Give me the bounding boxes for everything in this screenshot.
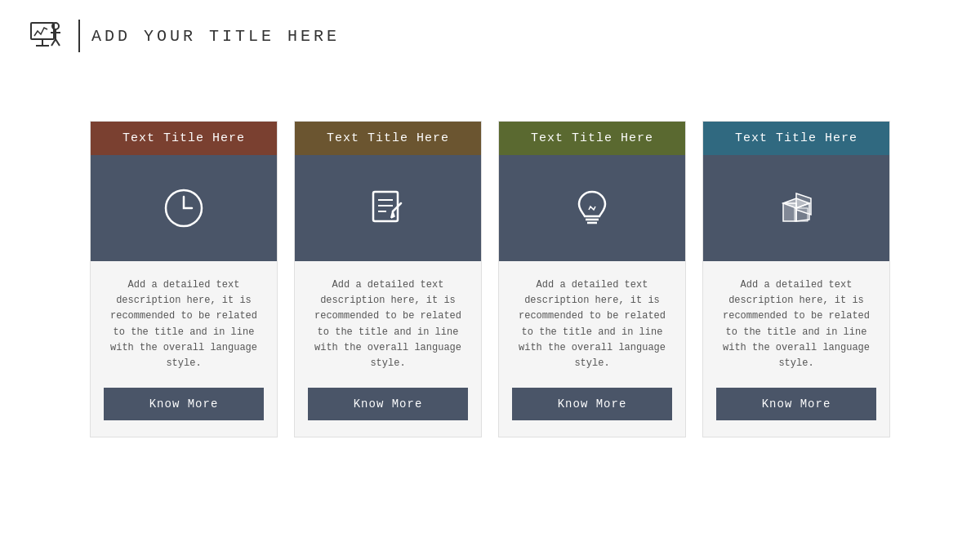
card-4-description: Add a detailed text description here, it… <box>716 278 876 371</box>
card-1-title: Text Title Here <box>104 131 264 145</box>
card-4-title: Text Title Here <box>716 131 876 145</box>
cards-container: Text Title Here Add a detailed text desc… <box>0 72 980 470</box>
card-3-title-bar: Text Title Here <box>499 122 685 155</box>
header-divider <box>78 20 80 52</box>
card-3-title: Text Title Here <box>512 131 672 145</box>
card-2-button-area: Know More <box>295 388 481 437</box>
card-1-description: Add a detailed text description here, it… <box>104 278 264 371</box>
card-3-know-more-button[interactable]: Know More <box>512 388 672 420</box>
card-2-body: Add a detailed text description here, it… <box>295 261 481 388</box>
card-1-icon-area <box>91 155 277 261</box>
card-2-description: Add a detailed text description here, it… <box>308 278 468 371</box>
card-1-know-more-button[interactable]: Know More <box>104 388 264 420</box>
card-1-title-bar: Text Title Here <box>91 122 277 155</box>
document-icon <box>363 184 412 233</box>
clock-icon <box>159 184 208 233</box>
card-4-know-more-button[interactable]: Know More <box>716 388 876 420</box>
lightbulb-icon <box>568 184 617 233</box>
card-2-icon-area <box>295 155 481 261</box>
card-2-title: Text Title Here <box>308 131 468 145</box>
svg-line-6 <box>51 39 56 46</box>
card-1: Text Title Here Add a detailed text desc… <box>90 121 278 437</box>
logo-icon <box>24 15 67 57</box>
card-1-body: Add a detailed text description here, it… <box>91 261 277 388</box>
card-1-button-area: Know More <box>91 388 277 437</box>
card-2: Text Title Here Add a detailed t <box>294 121 482 437</box>
card-3-description: Add a detailed text description here, it… <box>512 278 672 371</box>
card-2-title-bar: Text Title Here <box>295 122 481 155</box>
card-3: Text Title Here Add a detailed text desc… <box>498 121 686 437</box>
card-4-title-bar: Text Title Here <box>703 122 889 155</box>
chart-icon <box>772 184 821 233</box>
card-4-icon-area <box>703 155 889 261</box>
card-2-know-more-button[interactable]: Know More <box>308 388 468 420</box>
page-title: ADD YOUR TITLE HERE <box>91 27 340 46</box>
card-3-icon-area <box>499 155 685 261</box>
card-4: Text Title Here Add a <box>702 121 890 437</box>
svg-line-7 <box>56 39 60 46</box>
card-4-body: Add a detailed text description here, it… <box>703 261 889 388</box>
card-3-button-area: Know More <box>499 388 685 437</box>
card-4-button-area: Know More <box>703 388 889 437</box>
header: ADD YOUR TITLE HERE <box>0 0 980 72</box>
card-3-body: Add a detailed text description here, it… <box>499 261 685 388</box>
svg-rect-21 <box>795 208 808 221</box>
